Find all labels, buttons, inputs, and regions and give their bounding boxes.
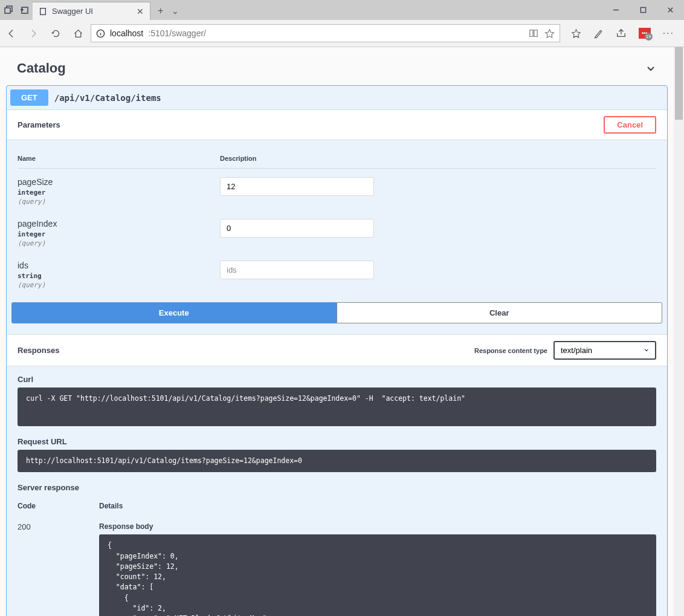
request-url-code: http://localhost:5101/api/v1/Catalog/ite… xyxy=(18,450,656,472)
chevron-down-icon xyxy=(645,62,657,74)
tab-title: Swagger UI xyxy=(52,7,93,16)
maximize-button[interactable] xyxy=(630,0,657,20)
scrollbar-thumb[interactable] xyxy=(675,47,683,120)
param-name: pageSize xyxy=(18,177,220,187)
home-button[interactable] xyxy=(73,28,83,39)
window-set-aside-icon[interactable] xyxy=(19,5,29,15)
browser-tab[interactable]: Swagger UI ✕ xyxy=(33,2,150,20)
tab-actions: + ⌄ xyxy=(150,2,186,20)
tab-dropdown-icon[interactable]: ⌄ xyxy=(172,6,179,16)
badge-count: 19 xyxy=(645,33,653,41)
param-in: (query) xyxy=(18,281,220,289)
param-row: pageSize integer (query) xyxy=(18,169,656,210)
content-type-select[interactable]: text/plain xyxy=(553,341,656,360)
section-header[interactable]: Catalog xyxy=(6,47,668,85)
share-button[interactable] xyxy=(616,28,627,39)
section-title: Catalog xyxy=(17,60,66,76)
svg-rect-2 xyxy=(40,8,46,15)
page-icon xyxy=(39,7,47,16)
forward-button[interactable] xyxy=(28,28,39,39)
response-code: 200 xyxy=(18,522,99,531)
favorites-button[interactable] xyxy=(571,28,581,39)
more-button[interactable]: ··· xyxy=(663,28,674,39)
param-in: (query) xyxy=(18,198,220,206)
request-url-label: Request URL xyxy=(18,437,656,446)
responses-header: Responses Response content type text/pla… xyxy=(7,334,667,366)
ids-input[interactable] xyxy=(220,261,374,279)
address-bar[interactable]: localhost:5101/swagger/ xyxy=(91,24,560,42)
parameters-header: Parameters Cancel xyxy=(7,110,667,140)
http-method-badge: GET xyxy=(10,89,48,106)
response-body-label: Response body xyxy=(99,522,656,531)
code-header: Code xyxy=(18,502,99,510)
col-name-header: Name xyxy=(18,155,220,162)
param-row: ids string (query) xyxy=(18,252,656,294)
notes-button[interactable] xyxy=(593,28,604,39)
cancel-button[interactable]: Cancel xyxy=(604,116,656,134)
close-button[interactable] xyxy=(657,0,684,20)
url-path: :5101/swagger/ xyxy=(148,28,206,38)
param-type: string xyxy=(18,272,220,280)
response-row: 200 Response body { "pageIndex": 0, "pag… xyxy=(18,514,656,616)
new-tab-button[interactable]: + xyxy=(158,5,163,16)
svg-rect-3 xyxy=(640,7,645,12)
page-content: Catalog GET /api/v1/Catalog/items Parame… xyxy=(0,47,674,616)
extension-button[interactable]: ••• 19 xyxy=(639,28,651,39)
execute-button[interactable]: Execute xyxy=(11,302,337,323)
parameters-heading: Parameters xyxy=(18,120,60,129)
details-header: Details xyxy=(99,502,123,510)
back-button[interactable] xyxy=(6,28,16,39)
curl-code: curl -X GET "http://localhost:5101/api/v… xyxy=(18,387,656,426)
content-type-label: Response content type xyxy=(474,347,547,354)
tab-close-icon[interactable]: ✕ xyxy=(137,7,144,16)
param-type: integer xyxy=(18,230,220,238)
param-row: pageIndex integer (query) xyxy=(18,210,656,252)
curl-label: Curl xyxy=(18,375,656,384)
titlebar-left-icons xyxy=(0,0,33,20)
minimize-button[interactable] xyxy=(602,0,630,20)
param-in: (query) xyxy=(18,239,220,247)
param-table-header: Name Description xyxy=(18,146,656,169)
url-host: localhost xyxy=(110,28,143,38)
window-titlebar: Swagger UI ✕ + ⌄ xyxy=(0,0,684,20)
responses-heading: Responses xyxy=(18,346,59,355)
response-table-header: Code Details xyxy=(18,496,656,514)
vertical-scrollbar[interactable] xyxy=(674,47,684,616)
svg-rect-0 xyxy=(5,8,10,13)
favorite-icon[interactable] xyxy=(544,28,555,39)
window-controls xyxy=(602,0,684,20)
clear-button[interactable]: Clear xyxy=(337,302,663,323)
pagesize-input[interactable] xyxy=(220,177,374,196)
param-name: pageIndex xyxy=(18,219,220,229)
param-name: ids xyxy=(18,261,220,270)
operation-path: /api/v1/Catalog/items xyxy=(48,93,161,103)
info-icon[interactable] xyxy=(96,29,105,38)
refresh-button[interactable] xyxy=(51,28,61,39)
pageindex-input[interactable] xyxy=(220,219,374,238)
param-type: integer xyxy=(18,189,220,196)
response-body-code: { "pageIndex": 0, "pageSize": 12, "count… xyxy=(99,534,656,616)
server-response-label: Server response xyxy=(18,483,656,492)
operation-summary[interactable]: GET /api/v1/Catalog/items xyxy=(7,86,667,109)
operation-block: GET /api/v1/Catalog/items Parameters Can… xyxy=(6,85,668,616)
reading-view-icon[interactable] xyxy=(529,28,538,38)
col-desc-header: Description xyxy=(220,155,257,162)
browser-toolbar: localhost:5101/swagger/ ••• 19 ··· xyxy=(0,20,684,47)
window-stack-icon[interactable] xyxy=(4,5,13,15)
